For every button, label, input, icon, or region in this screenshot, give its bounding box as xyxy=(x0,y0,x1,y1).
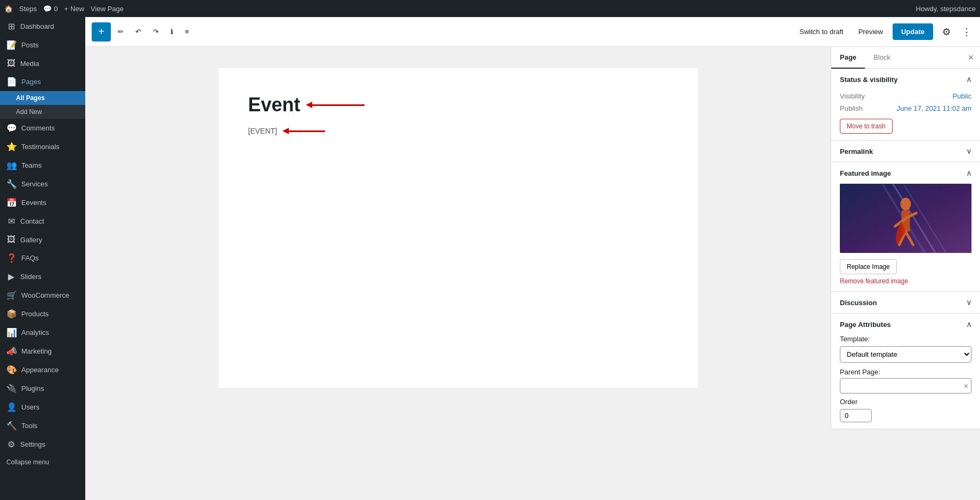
sidebar-item-teams[interactable]: 👥Teams xyxy=(0,156,85,175)
info-icon: ℹ xyxy=(171,28,173,36)
comments-link[interactable]: 💬 0 xyxy=(43,5,58,13)
sidebar-item-plugins[interactable]: 🔌Plugins xyxy=(0,379,85,398)
list-view-button[interactable]: ≡ xyxy=(180,24,194,39)
sidebar-item-dashboard[interactable]: ⊞Dashboard xyxy=(0,17,85,36)
sidebar-item-users[interactable]: 👤Users xyxy=(0,398,85,416)
info-button[interactable]: ℹ xyxy=(166,24,178,39)
sidebar-item-analytics[interactable]: 📊Analytics xyxy=(0,323,85,342)
collapse-menu-link[interactable]: Collapse menu xyxy=(6,458,49,466)
sliders-icon: ▶ xyxy=(6,272,16,282)
comments-icon: 💬 xyxy=(6,123,17,133)
sidebar-item-testimonials[interactable]: ⭐Testimonials xyxy=(0,137,85,156)
edit-mode-button[interactable]: ✏ xyxy=(113,24,128,39)
sidebar-item-faqs[interactable]: ❓FAQs xyxy=(0,249,85,267)
sidebar-item-label: WooCommerce xyxy=(21,291,69,299)
editor-toolbar: + ✏ ↶ ↷ ℹ ≡ Switch to draft Preview Upda… xyxy=(85,17,980,47)
site-name[interactable]: Steps xyxy=(19,5,37,13)
sidebar-subitem-add-new[interactable]: Add New xyxy=(0,105,85,119)
sidebar-item-settings[interactable]: ⚙Settings xyxy=(0,435,85,454)
sidebar-item-pages[interactable]: 📄Pages All Pages Add New xyxy=(0,72,85,119)
sidebar-item-gallery[interactable]: 🖼Gallery xyxy=(0,231,85,249)
sidebar-item-label: Users xyxy=(21,403,39,411)
page-title[interactable]: Event xyxy=(248,94,301,116)
visibility-label: Visibility xyxy=(840,92,865,100)
order-input[interactable] xyxy=(840,409,872,422)
order-label: Order xyxy=(840,398,971,406)
update-button[interactable]: Update xyxy=(893,23,933,40)
sidebar-item-media[interactable]: 🖼Media xyxy=(0,54,85,72)
faqs-icon: ❓ xyxy=(6,253,17,263)
services-icon: 🔧 xyxy=(6,179,17,189)
switch-to-draft-button[interactable]: Switch to draft xyxy=(794,24,848,39)
sidebar-item-services[interactable]: 🔧Services xyxy=(0,175,85,193)
gallery-icon: 🖼 xyxy=(6,235,16,244)
page-body[interactable]: [EVENT] xyxy=(248,127,277,135)
replace-image-button[interactable]: Replace Image xyxy=(840,259,897,274)
discussion-header[interactable]: Discussion ∨ xyxy=(831,292,980,313)
sidebar-item-label: FAQs xyxy=(21,254,39,262)
sidebar-item-label: Comments xyxy=(21,124,55,132)
sidebar-item-woocommerce[interactable]: 🛒WooCommerce xyxy=(0,286,85,305)
template-select[interactable]: Default templateFull WidthSidebar LeftSi… xyxy=(840,346,971,363)
publish-label: Publish xyxy=(840,104,863,112)
sidebar-item-appearance[interactable]: 🎨Appearance xyxy=(0,360,85,379)
tab-page[interactable]: Page xyxy=(831,47,865,69)
tab-block[interactable]: Block xyxy=(865,47,899,69)
toolbar-left: + ✏ ↶ ↷ ℹ ≡ xyxy=(92,22,194,42)
chevron-up-icon: ∧ xyxy=(966,75,971,84)
discussion-section: Discussion ∨ xyxy=(831,292,980,314)
template-label: Template: xyxy=(840,335,971,343)
status-visibility-body: Visibility Public Publish June 17, 2021 … xyxy=(831,90,980,140)
page-attributes-header[interactable]: Page Attributes ∧ xyxy=(831,314,980,335)
sidebar-item-label: Sliders xyxy=(20,273,42,281)
sidebar-item-tools[interactable]: 🔨Tools xyxy=(0,416,85,435)
sidebar-item-comments[interactable]: 💬Comments xyxy=(0,119,85,137)
sidebar-item-label: Contact xyxy=(20,217,44,225)
list-icon: ≡ xyxy=(185,28,189,36)
sidebar-item-eevents[interactable]: 📅Eevents xyxy=(0,193,85,212)
sidebar-item-posts[interactable]: 📝Posts xyxy=(0,36,85,54)
wp-logo-icon: 🏠 xyxy=(4,5,13,13)
permalink-header[interactable]: Permalink ∨ xyxy=(831,141,980,162)
appearance-icon: 🎨 xyxy=(6,365,17,375)
visibility-row: Visibility Public xyxy=(840,90,971,102)
featured-image-header[interactable]: Featured image ∧ xyxy=(831,162,980,184)
parent-page-input[interactable] xyxy=(840,378,971,394)
add-block-button[interactable]: + xyxy=(92,22,111,42)
sidebar-item-marketing[interactable]: 📣Marketing xyxy=(0,342,85,360)
sidebar-item-label: Settings xyxy=(20,440,45,448)
featured-image-thumbnail[interactable] xyxy=(840,184,971,253)
move-to-trash-button[interactable]: Move to trash xyxy=(840,119,893,134)
sidebar-submenu-pages: All Pages Add New xyxy=(0,91,85,119)
preview-button[interactable]: Preview xyxy=(853,24,888,39)
more-options-button[interactable]: ⋮ xyxy=(960,24,974,40)
svg-point-4 xyxy=(901,198,911,210)
redo-button[interactable]: ↷ xyxy=(148,24,164,39)
publish-row: Publish June 17, 2021 11:02 am xyxy=(840,102,971,114)
sidebar-subitem-all-pages[interactable]: All Pages xyxy=(0,91,85,105)
settings-button[interactable]: ⚙ xyxy=(937,22,955,42)
publish-value[interactable]: June 17, 2021 11:02 am xyxy=(897,104,971,112)
editor-canvas: Event [EVENT] xyxy=(85,47,831,500)
analytics-icon: 📊 xyxy=(6,327,17,338)
undo-button[interactable]: ↶ xyxy=(131,24,146,39)
sidebar-item-label: Dashboard xyxy=(20,22,54,30)
sidebar-item-products[interactable]: 📦Products xyxy=(0,305,85,323)
sidebar-item-contact[interactable]: ✉Contact xyxy=(0,212,85,231)
plus-icon: + xyxy=(64,5,68,13)
page-content: Event [EVENT] xyxy=(218,68,698,388)
visibility-value[interactable]: Public xyxy=(953,92,971,100)
panel-close-button[interactable]: × xyxy=(961,48,980,68)
chevron-down-icon-discussion: ∨ xyxy=(966,298,971,307)
settings-icon: ⚙ xyxy=(6,439,16,449)
contact-icon: ✉ xyxy=(6,216,16,226)
remove-featured-image-link[interactable]: Remove featured image xyxy=(840,277,971,285)
status-visibility-header[interactable]: Status & visibility ∧ xyxy=(831,69,980,90)
chevron-down-icon: ∨ xyxy=(966,147,971,155)
sidebar-item-sliders[interactable]: ▶Sliders xyxy=(0,267,85,286)
sidebar-item-label: Tools xyxy=(21,422,37,430)
parent-page-clear-button[interactable]: × xyxy=(964,382,968,390)
new-link[interactable]: + New xyxy=(64,5,84,13)
vertical-dots-icon: ⋮ xyxy=(962,27,971,37)
view-page-link[interactable]: View Page xyxy=(91,5,124,13)
